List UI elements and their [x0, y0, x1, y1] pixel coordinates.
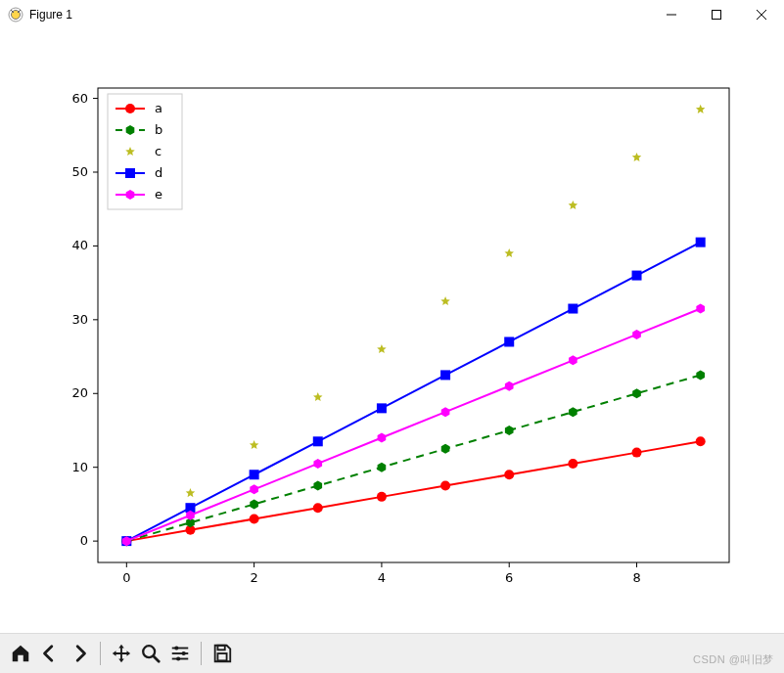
svg-marker-48 — [569, 201, 578, 209]
figure-canvas[interactable]: 024680102030405060abcde — [0, 29, 784, 634]
window-controls — [649, 0, 784, 29]
svg-rect-57 — [504, 336, 514, 346]
y-tick-label: 50 — [71, 164, 88, 179]
minimize-button[interactable] — [649, 0, 694, 29]
svg-marker-70 — [696, 304, 705, 314]
svg-marker-38 — [569, 407, 577, 417]
svg-point-23 — [250, 514, 259, 523]
svg-point-29 — [632, 448, 642, 458]
series-d — [126, 243, 700, 541]
svg-marker-43 — [250, 440, 259, 449]
svg-marker-66 — [441, 407, 450, 417]
svg-marker-39 — [632, 388, 641, 398]
svg-marker-49 — [632, 153, 642, 161]
home-button[interactable] — [6, 639, 35, 668]
legend-label: a — [155, 101, 162, 115]
svg-marker-67 — [505, 381, 514, 391]
y-tick-label: 60 — [71, 91, 88, 106]
maximize-button[interactable] — [694, 0, 739, 29]
svg-point-26 — [440, 481, 450, 491]
y-tick-label: 20 — [71, 385, 88, 400]
svg-line-81 — [154, 656, 160, 662]
back-button[interactable] — [35, 639, 65, 668]
x-tick-label: 4 — [378, 570, 386, 585]
svg-point-28 — [568, 459, 577, 469]
svg-point-30 — [696, 436, 706, 446]
svg-point-24 — [313, 503, 323, 513]
svg-rect-89 — [217, 653, 226, 660]
svg-point-86 — [182, 651, 186, 655]
svg-marker-36 — [441, 444, 450, 454]
series-b — [126, 375, 700, 541]
svg-marker-68 — [569, 355, 577, 365]
y-tick-label: 30 — [71, 312, 88, 327]
zoom-button[interactable] — [136, 639, 165, 668]
svg-rect-59 — [632, 271, 642, 281]
svg-rect-60 — [696, 238, 706, 247]
window-title: Figure 1 — [29, 8, 72, 22]
legend-label: c — [155, 144, 161, 158]
svg-point-85 — [174, 646, 178, 650]
legend-label: e — [155, 187, 162, 202]
svg-point-87 — [176, 656, 180, 660]
svg-rect-53 — [250, 470, 259, 479]
svg-point-72 — [125, 104, 135, 113]
svg-rect-77 — [125, 168, 135, 178]
configure-subplots-button[interactable] — [165, 639, 195, 668]
forward-button[interactable] — [65, 639, 94, 668]
svg-marker-37 — [505, 426, 514, 435]
svg-rect-56 — [440, 370, 450, 380]
x-tick-label: 2 — [250, 570, 257, 585]
x-tick-label: 0 — [122, 570, 130, 585]
y-tick-label: 0 — [80, 533, 88, 548]
x-tick-label: 6 — [505, 570, 513, 585]
toolbar-separator — [201, 642, 202, 665]
svg-marker-45 — [377, 344, 387, 353]
legend-label: b — [155, 122, 162, 137]
svg-rect-58 — [568, 304, 577, 314]
y-tick-label: 10 — [71, 460, 88, 474]
svg-marker-69 — [632, 330, 641, 339]
svg-marker-47 — [504, 248, 514, 257]
svg-rect-5 — [713, 11, 721, 20]
legend — [108, 94, 182, 209]
svg-marker-40 — [696, 370, 705, 380]
svg-marker-33 — [250, 499, 258, 509]
svg-marker-44 — [313, 392, 323, 401]
svg-marker-64 — [313, 459, 322, 469]
svg-marker-34 — [313, 481, 322, 491]
svg-rect-88 — [217, 646, 224, 651]
window-titlebar: Figure 1 — [0, 0, 784, 29]
toolbar-separator — [100, 642, 101, 665]
svg-marker-63 — [250, 484, 258, 494]
svg-point-25 — [377, 492, 387, 502]
close-button[interactable] — [739, 0, 784, 29]
series-e — [126, 309, 700, 542]
mpl-toolbar — [0, 633, 784, 673]
x-tick-label: 8 — [632, 570, 640, 585]
app-icon — [8, 7, 23, 22]
pan-button[interactable] — [107, 639, 136, 668]
save-button[interactable] — [208, 639, 237, 668]
svg-rect-54 — [313, 436, 323, 446]
svg-marker-65 — [378, 433, 387, 443]
svg-marker-50 — [696, 105, 706, 113]
svg-marker-42 — [186, 488, 196, 497]
svg-marker-35 — [378, 463, 387, 472]
svg-marker-46 — [440, 296, 450, 305]
y-tick-label: 40 — [71, 238, 88, 252]
series-a — [126, 441, 700, 541]
legend-label: d — [155, 165, 162, 180]
svg-rect-55 — [377, 403, 387, 413]
svg-point-27 — [504, 470, 514, 479]
